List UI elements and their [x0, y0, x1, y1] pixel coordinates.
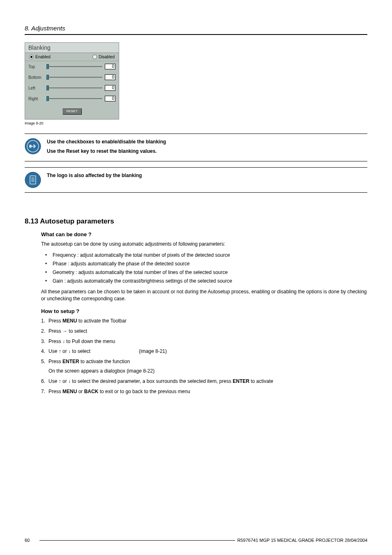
step-text: Press ↓ to Pull down the menu [48, 339, 115, 344]
step-text: Press [48, 318, 62, 324]
step-5: 5.Press ENTER to activate the function O… [41, 358, 367, 375]
radio-enabled[interactable]: Enabled [29, 55, 51, 59]
image-caption: Image 8-20 [25, 121, 367, 125]
step-6: 6.Use ↑ or ↓ to select the desired param… [41, 378, 367, 385]
step-4: 4.Use ↑ or ↓ to select(image 8-21) [41, 348, 367, 355]
slider-row-top: Top 0 [25, 61, 119, 72]
subheading-what: What can be done ? [41, 231, 367, 237]
step-text: Use ↑ or ↓ to select [48, 348, 139, 355]
step-text: Press → to select [48, 328, 87, 334]
step-3: 3.Press ↓ to Pull down the menu [41, 338, 367, 345]
key-label: ENTER [233, 378, 249, 384]
key-label: MENU [62, 389, 77, 394]
hand-point-icon [25, 138, 41, 154]
slider-thumb-icon[interactable] [46, 64, 49, 69]
tip-note: Use the checkboxes to enable/disable the… [25, 134, 367, 161]
tip-text: Use the checkboxes to enable/disable the… [47, 138, 166, 157]
steps-list: 1.Press MENU to activate the Toolbar 2.P… [41, 318, 367, 395]
key-label: BACK [84, 389, 99, 394]
step-text: to activate the Toolbar [77, 318, 127, 324]
footer-rule [39, 540, 235, 541]
image-ref: (image 8-21) [139, 348, 167, 354]
slider-label-top: Top [28, 64, 45, 69]
slider-value-top[interactable]: 0 [105, 64, 115, 69]
page-number: 60 [25, 538, 37, 543]
parameter-list: Frequency : adjust automatically the tot… [41, 252, 367, 284]
radio-disabled-label: Disabled [99, 55, 115, 59]
document-icon [25, 172, 41, 188]
slider-value-left[interactable]: 0 [105, 85, 115, 91]
section-title: 8.13 Autosetup parameters [25, 217, 367, 226]
tip-line1: Use the checkboxes to enable/disable the… [47, 138, 166, 146]
list-item: Geometry : adjusts automatically the tot… [41, 269, 367, 276]
subheading-how: How to setup ? [41, 308, 367, 314]
radio-disabled[interactable]: Disabled [92, 55, 115, 59]
slider-thumb-icon[interactable] [46, 75, 49, 80]
reset-button[interactable]: RESET [62, 108, 82, 114]
tip-line2: Use the Reset key to reset the blanking … [47, 147, 166, 155]
step-text: Press [48, 359, 62, 364]
radio-icon-unselected [92, 55, 97, 59]
footer-text: R5976741 MGP 15 MEDICAL GRADE PROJECTOR … [238, 538, 368, 543]
step-text: to exit or to go back to the previous me… [98, 389, 190, 394]
key-label: MENU [62, 318, 77, 324]
header-rule [25, 34, 367, 35]
radio-enabled-label: Enabled [35, 55, 51, 59]
step-text: Use ↑ or ↓ to select the desired paramet… [48, 378, 233, 384]
slider-top[interactable] [47, 66, 102, 67]
slider-row-right: Right 0 [25, 93, 119, 104]
step-text: to activate [249, 378, 273, 384]
slider-bottom[interactable] [47, 77, 102, 78]
step-text: Press [48, 389, 62, 394]
slider-label-left: Left [28, 86, 45, 90]
info-line1: The logo is also affected by the blankin… [47, 172, 142, 180]
info-text: The logo is also affected by the blankin… [47, 172, 142, 181]
step-text: to activate the function [79, 359, 130, 364]
reset-row: RESET [25, 104, 119, 119]
list-item: Phase : adjusts automatically the phase … [41, 260, 367, 267]
intro-text: The autosetup can be done by using autom… [41, 241, 367, 248]
slider-right[interactable] [47, 98, 102, 99]
page-header: 8. Adjustments [25, 25, 367, 32]
page-footer: 60 R5976741 MGP 15 MEDICAL GRADE PROJECT… [25, 538, 367, 543]
slider-row-left: Left 0 [25, 83, 119, 93]
step-5-sub: On the screen appears a dialogbox (image… [48, 368, 367, 375]
key-label: ENTER [62, 359, 79, 364]
after-bullets-text: All these parameters can be chosen to be… [41, 288, 367, 302]
step-text: or [77, 389, 84, 394]
blanking-panel: Blanking Enabled Disabled Top 0 Bottom 0… [25, 42, 119, 120]
list-item: Frequency : adjust automatically the tot… [41, 252, 367, 259]
slider-thumb-icon[interactable] [46, 96, 49, 101]
step-1: 1.Press MENU to activate the Toolbar [41, 318, 367, 325]
slider-value-right[interactable]: 0 [105, 96, 115, 101]
step-2: 2.Press → to select [41, 328, 367, 335]
svg-point-3 [25, 172, 41, 188]
slider-row-bottom: Bottom 0 [25, 72, 119, 83]
info-note: The logo is also affected by the blankin… [25, 167, 367, 193]
slider-left[interactable] [47, 88, 102, 88]
blanking-title: Blanking [25, 43, 119, 53]
slider-thumb-icon[interactable] [46, 85, 49, 90]
blanking-radio-row: Enabled Disabled [25, 53, 119, 61]
step-7: 7.Press MENU or BACK to exit or to go ba… [41, 388, 367, 395]
radio-icon-selected [29, 55, 34, 59]
slider-label-right: Right [28, 97, 45, 101]
list-item: Gain : adjusts automatically the contras… [41, 278, 367, 285]
slider-value-bottom[interactable]: 0 [105, 74, 115, 80]
slider-label-bottom: Bottom [28, 75, 45, 80]
svg-point-2 [29, 145, 32, 148]
